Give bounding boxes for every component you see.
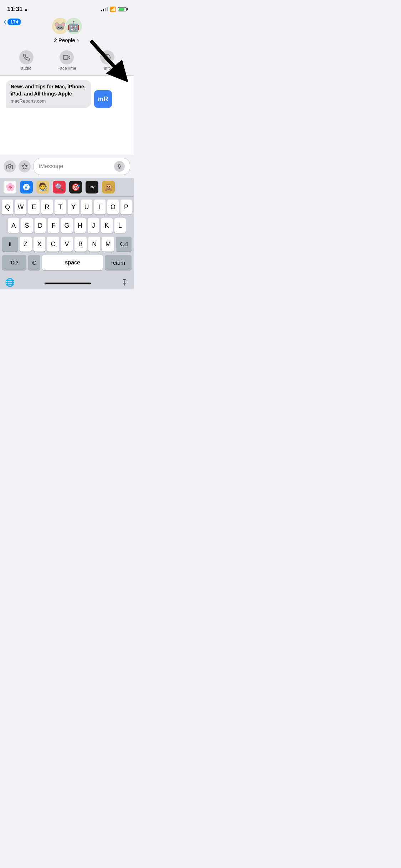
- monkey-app-icon[interactable]: 🙊: [102, 181, 115, 193]
- space-key[interactable]: space: [42, 255, 103, 270]
- message-text: News and Tips for Mac, iPhone, iPad, and…: [11, 83, 86, 97]
- keyboard-row-4: 123 ☺ space return: [2, 255, 132, 270]
- key-y[interactable]: Y: [68, 200, 79, 215]
- status-icons: 📶: [101, 6, 127, 12]
- appstore-app-icon[interactable]: [20, 181, 33, 193]
- home-indicator: [45, 283, 91, 284]
- key-z[interactable]: Z: [20, 237, 32, 252]
- app-icons-row: 🌸 🧑‍🎨 🔍 🎯 Pay 🙊: [0, 178, 134, 197]
- key-j[interactable]: J: [88, 218, 99, 233]
- keyboard-bottom: 🌐 🎙: [0, 275, 134, 289]
- back-chevron-icon: ‹: [4, 18, 6, 26]
- key-f[interactable]: F: [48, 218, 59, 233]
- delete-key[interactable]: ⌫: [116, 237, 132, 252]
- key-l[interactable]: L: [114, 218, 126, 233]
- globe-icon[interactable]: 🌐: [5, 278, 15, 287]
- key-p[interactable]: P: [120, 200, 132, 215]
- input-placeholder: iMessage: [39, 163, 63, 170]
- audio-input-button[interactable]: [114, 161, 125, 172]
- key-g[interactable]: G: [61, 218, 72, 233]
- key-d[interactable]: D: [35, 218, 46, 233]
- return-key[interactable]: return: [105, 255, 132, 270]
- key-e[interactable]: E: [28, 200, 40, 215]
- signal-bars: [101, 7, 108, 11]
- key-a[interactable]: A: [8, 218, 19, 233]
- microphone-icon[interactable]: 🎙: [121, 278, 129, 287]
- facetime-action[interactable]: FaceTime: [57, 50, 76, 71]
- shift-key[interactable]: ⬆: [2, 237, 18, 252]
- bubble-image: mR: [94, 90, 112, 108]
- memoji-app-icon[interactable]: 🧑‍🎨: [36, 181, 49, 193]
- websearch-app-icon[interactable]: 🔍: [53, 181, 66, 193]
- key-b[interactable]: B: [74, 237, 87, 252]
- key-s[interactable]: S: [21, 218, 32, 233]
- key-o[interactable]: O: [107, 200, 119, 215]
- key-r[interactable]: R: [41, 200, 53, 215]
- battery-fill: [119, 8, 124, 11]
- audio-label: audio: [21, 66, 31, 71]
- back-button[interactable]: ‹ 174: [4, 18, 21, 26]
- svg-point-7: [9, 166, 11, 168]
- applepay-app-icon[interactable]: Pay: [86, 181, 98, 193]
- keyboard: Q W E R T Y U I O P A S D F G H J K L ⬆ …: [0, 197, 134, 275]
- contact-name[interactable]: 2 People ∨: [54, 37, 79, 43]
- audio-action[interactable]: audio: [19, 50, 34, 71]
- svg-rect-3: [63, 55, 68, 60]
- actions-row: audio FaceTime info: [0, 47, 134, 75]
- bubble-text: News and Tips for Mac, iPhone, iPad, and…: [6, 80, 91, 108]
- input-bar: iMessage: [0, 155, 134, 178]
- key-i[interactable]: I: [94, 200, 106, 215]
- key-v[interactable]: V: [61, 237, 73, 252]
- contact-name-text: 2 People: [54, 37, 75, 43]
- emoji-key[interactable]: ☺: [28, 255, 40, 270]
- keyboard-row-1: Q W E R T Y U I O P: [2, 200, 132, 215]
- image-label: mR: [98, 95, 108, 103]
- keyboard-row-2: A S D F G H J K L: [2, 218, 132, 233]
- avatars-row: 🐭 🤖: [51, 17, 83, 35]
- info-label: info: [104, 66, 111, 71]
- status-time: 11:31 ▲: [7, 6, 28, 13]
- keyboard-row-3: ⬆ Z X C V B N M ⌫: [2, 237, 132, 252]
- key-t[interactable]: T: [55, 200, 66, 215]
- app-container: 11:31 ▲ 📶 ‹ 174 🐭 🤖 2 People ∨: [0, 0, 134, 289]
- key-w[interactable]: W: [15, 200, 26, 215]
- battery-indicator: [118, 7, 127, 11]
- svg-rect-8: [119, 164, 120, 167]
- audio-icon: [19, 50, 34, 64]
- key-c[interactable]: C: [47, 237, 59, 252]
- key-h[interactable]: H: [74, 218, 86, 233]
- key-u[interactable]: U: [81, 200, 92, 215]
- camera-button[interactable]: [4, 160, 16, 172]
- facetime-icon: [60, 50, 74, 64]
- photos-app-icon[interactable]: 🌸: [4, 181, 16, 193]
- message-bubble: News and Tips for Mac, iPhone, iPad, and…: [6, 80, 128, 108]
- key-n[interactable]: N: [88, 237, 101, 252]
- message-input[interactable]: iMessage: [34, 158, 130, 175]
- info-action[interactable]: info: [100, 50, 114, 71]
- conversation-header: ‹ 174 🐭 🤖 2 People ∨: [0, 16, 134, 47]
- time-display: 11:31: [7, 6, 22, 13]
- activity-app-icon[interactable]: 🎯: [69, 181, 82, 193]
- key-q[interactable]: Q: [2, 200, 13, 215]
- chevron-down-icon: ∨: [77, 38, 80, 43]
- numbers-key[interactable]: 123: [2, 255, 26, 270]
- messages-area: News and Tips for Mac, iPhone, iPad, and…: [0, 76, 134, 155]
- status-bar: 11:31 ▲ 📶: [0, 0, 134, 16]
- appstore-button[interactable]: [19, 160, 31, 172]
- key-k[interactable]: K: [101, 218, 112, 233]
- location-icon: ▲: [24, 7, 28, 11]
- key-x[interactable]: X: [34, 237, 46, 252]
- wifi-icon: 📶: [110, 6, 116, 12]
- back-badge: 174: [7, 19, 21, 25]
- facetime-label: FaceTime: [57, 66, 76, 71]
- info-icon: [100, 50, 114, 64]
- key-m[interactable]: M: [102, 237, 114, 252]
- svg-marker-2: [68, 56, 70, 59]
- avatar-2: 🤖: [65, 17, 83, 35]
- message-url: macReports.com: [11, 98, 86, 104]
